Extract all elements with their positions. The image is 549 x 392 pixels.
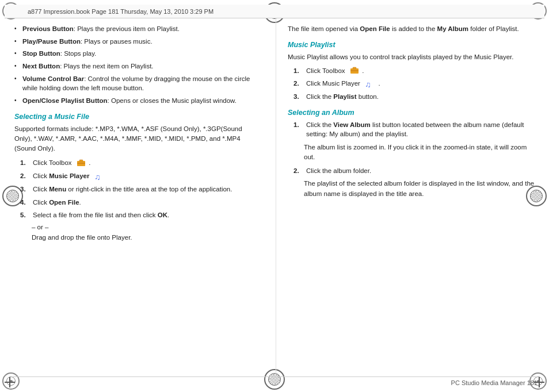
svg-text:♫: ♫ [94,172,101,180]
step-num: 5. [20,210,30,220]
step-text: Click the album folder. [306,166,371,176]
step-num: 1. [293,120,304,130]
step-item: 2. Click Music Player ♫ [20,171,261,181]
bullet-text: Play/Pause Button: Plays or pauses music… [22,37,152,47]
step-item: 3. Click Menu or right-click in the titl… [20,185,261,194]
main-content: • Previous Button: Plays the previous it… [12,18,537,375]
step-num: 2. [293,166,304,176]
step-item: 2. Click the album folder. [293,166,535,176]
bullet-text: Previous Button: Plays the previous item… [22,24,180,34]
step-text: Select a file from the file list and the… [33,210,169,220]
bullet-list: • Previous Button: Plays the previous it… [14,24,261,106]
step-num: 3. [293,92,304,102]
step-num: 2. [20,171,30,181]
toolbox-icon [77,159,86,168]
bullet-text: Volume Control Bar: Control the volume b… [22,74,261,93]
step-num: 3. [20,185,30,194]
selecting-music-heading: Selecting a Music File [14,113,261,121]
header-bar: a877 Impression.book Page 181 Thursday, … [5,5,544,18]
step-text: Click the Playlist button. [306,92,379,102]
step-item: 3. Click the Playlist button. [293,92,535,102]
bullet-text: Stop Button: Stops play. [22,49,96,59]
music-player-icon: ♫ [365,80,375,88]
toolbox-icon [350,66,359,75]
list-item: • Previous Button: Plays the previous it… [14,24,261,34]
step-item: 1. Click Toolbox . [20,158,261,168]
album-step-2: 2. Click the album folder. The playlist … [293,166,535,199]
bullet-dot: • [14,62,20,70]
step-item: 1. Click Toolbox . [293,66,535,76]
list-item: • Volume Control Bar: Control the volume… [14,74,261,93]
or-line: – or – [32,224,261,230]
step-text: Click Toolbox . [33,158,90,168]
step-text: Click Open File. [33,198,81,207]
step-item: 1. Click the View Album list button loca… [293,120,535,139]
intro-paragraph: The file item opened via Open File is ad… [288,24,535,34]
album-step-2-sub: The playlist of the selected album folde… [304,179,535,199]
step-num: 1. [293,66,304,76]
step-item: 5. Select a file from the file list and … [20,210,261,220]
list-item: • Next Button: Plays the next item on Pl… [14,62,261,71]
svg-rect-1 [79,160,83,162]
step-num: 4. [20,198,30,207]
list-item: • Open/Close Playlist Button: Opens or c… [14,96,261,106]
music-playlist-heading: Music Playlist [288,41,535,49]
bullet-dot: • [14,97,20,105]
right-column: The file item opened via Open File is ad… [276,18,537,375]
bullet-text: Next Button: Plays the next item on Play… [22,62,154,71]
step-num: 1. [20,158,30,168]
left-column: • Previous Button: Plays the previous it… [12,18,264,375]
step-num: 2. [293,79,304,89]
album-step-1-sub: The album list is zoomed in. If you clic… [304,143,535,163]
footer-right: PC Studio Media Manager 181 [451,379,537,386]
music-player-icon: ♫ [94,172,105,180]
footer: PC Studio Media Manager 181 [12,376,537,386]
list-item: • Play/Pause Button: Plays or pauses mus… [14,37,261,47]
svg-text:♫: ♫ [365,80,371,88]
bullet-text: Open/Close Playlist Button: Opens or clo… [22,96,237,106]
playlist-steps-list: 1. Click Toolbox . 2. Clic [293,66,535,102]
selecting-album-heading: Selecting an Album [288,109,535,117]
step-item: 4. Click Open File. [20,198,261,207]
album-steps-list: 1. Click the View Album list button loca… [293,120,535,199]
playlist-desc: Music Playlist allows you to control tra… [288,52,535,62]
header-text: a877 Impression.book Page 181 Thursday, … [28,8,214,15]
svg-rect-5 [353,67,356,69]
list-item: • Stop Button: Stops play. [14,49,261,59]
album-step-1: 1. Click the View Album list button loca… [293,120,535,163]
step-text: Click Music Player ♫ [33,171,106,181]
bullet-dot: • [14,25,20,33]
bullet-dot: • [14,49,20,57]
step-item: 2. Click Music Player ♫ . [293,79,535,89]
step-text: Click Toolbox . [306,66,364,76]
steps-list: 1. Click Toolbox . 2. Clic [20,158,261,242]
bullet-dot: • [14,37,20,45]
step-text: Click Music Player ♫ . [306,79,380,89]
step-text: Click Menu or right-click in the title a… [33,185,232,194]
drag-drop-text: Drag and drop the file onto Player. [32,233,261,243]
supported-formats-text: Supported formats include: *.MP3, *.WMA,… [14,124,261,154]
bullet-dot: • [14,75,20,83]
step-text: Click the View Album list button located… [306,120,535,139]
